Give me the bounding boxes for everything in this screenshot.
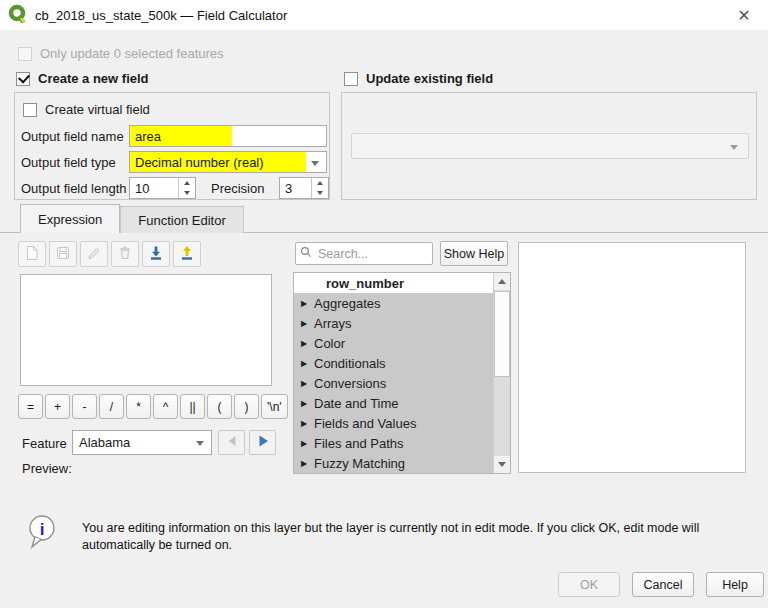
show-help-button[interactable]: Show Help [440, 241, 508, 266]
operator-newline-button[interactable]: '\n' [261, 394, 288, 419]
search-input[interactable] [316, 246, 416, 262]
operator-open-paren-button[interactable]: ( [207, 394, 232, 419]
precision-spin-up-icon[interactable] [312, 178, 328, 188]
function-search-box[interactable] [295, 242, 433, 265]
trash-icon [117, 245, 133, 264]
output-field-name-label: Output field name [21, 129, 124, 144]
scroll-down-icon[interactable] [494, 456, 510, 473]
update-existing-field-checkbox-row[interactable]: Update existing field [344, 71, 493, 86]
precision-stepper[interactable]: 3 [279, 177, 329, 199]
function-item-row-number[interactable]: row_number [294, 273, 493, 293]
function-group-fields-and-values[interactable]: ▶Fields and Values [294, 413, 493, 433]
search-icon [300, 246, 312, 261]
field-calculator-dialog: cb_2018_us_state_500k — Field Calculator… [0, 0, 768, 608]
precision-value: 3 [280, 178, 311, 198]
save-icon [55, 245, 71, 264]
function-group-date-and-time[interactable]: ▶Date and Time [294, 393, 493, 413]
expander-icon[interactable]: ▶ [294, 419, 314, 428]
expander-icon[interactable]: ▶ [294, 379, 314, 388]
operator-equals-button[interactable]: = [18, 394, 43, 419]
length-spin-down-icon[interactable] [179, 188, 195, 198]
operator-button-row: = + - / * ^ || ( ) '\n' [18, 394, 288, 419]
function-help-panel [518, 242, 746, 473]
feature-label: Feature [22, 436, 67, 451]
function-group-arrays[interactable]: ▶Arrays [294, 313, 493, 333]
feature-value: Alabama [79, 435, 130, 450]
expression-editor[interactable] [20, 274, 272, 386]
pencil-icon [86, 245, 102, 264]
function-list-scrollbar[interactable] [493, 273, 510, 473]
precision-spin-down-icon[interactable] [312, 188, 328, 198]
operator-minus-button[interactable]: - [72, 394, 97, 419]
import-arrow-icon [148, 245, 164, 264]
expander-icon[interactable]: ▶ [294, 299, 314, 308]
expander-icon[interactable]: ▶ [294, 359, 314, 368]
delete-expression-button [111, 241, 139, 267]
svg-text:i: i [40, 520, 45, 539]
next-feature-button[interactable] [249, 430, 276, 455]
info-icon: i [26, 514, 58, 555]
create-new-field-checkbox-row[interactable]: Create a new field [16, 71, 149, 86]
expander-icon[interactable]: ▶ [294, 459, 314, 468]
length-spin-up-icon[interactable] [179, 178, 195, 188]
create-new-field-checkbox[interactable] [16, 72, 30, 86]
create-virtual-field-checkbox[interactable] [23, 103, 37, 117]
expander-icon[interactable]: ▶ [294, 399, 314, 408]
output-field-length-stepper[interactable]: 10 [129, 177, 196, 199]
output-field-length-label: Output field length [21, 181, 127, 196]
output-field-type-combobox[interactable]: Decimal number (real) [129, 151, 327, 173]
expander-icon[interactable]: ▶ [294, 439, 314, 448]
function-list: row_number ▶Aggregates ▶Arrays ▶Color ▶C… [293, 272, 511, 474]
feature-combobox[interactable]: Alabama [72, 430, 212, 455]
arrow-right-icon [256, 434, 270, 451]
only-update-checkbox [18, 47, 32, 61]
update-existing-field-checkbox[interactable] [344, 72, 358, 86]
function-group-files-and-paths[interactable]: ▶Files and Paths [294, 433, 493, 453]
preview-label: Preview: [22, 461, 72, 476]
operator-concat-button[interactable]: || [180, 394, 205, 419]
title-bar: cb_2018_us_state_500k — Field Calculator… [0, 0, 768, 30]
import-expression-button[interactable] [142, 241, 170, 267]
create-virtual-field-label: Create virtual field [45, 102, 150, 117]
function-group-color[interactable]: ▶Color [294, 333, 493, 353]
expander-icon[interactable]: ▶ [294, 319, 314, 328]
arrow-left-icon [225, 434, 239, 451]
output-field-type-label: Output field type [21, 155, 116, 170]
precision-label: Precision [211, 181, 264, 196]
operator-divide-button[interactable]: / [99, 394, 124, 419]
new-file-icon [24, 245, 40, 264]
create-virtual-field-checkbox-row[interactable]: Create virtual field [23, 102, 150, 117]
ok-button: OK [558, 572, 620, 597]
scrollbar-thumb[interactable] [494, 291, 510, 377]
operator-close-paren-button[interactable]: ) [234, 394, 259, 419]
export-expression-button[interactable] [173, 241, 201, 267]
output-field-name-value: area [130, 126, 232, 146]
scroll-up-icon[interactable] [494, 273, 510, 290]
update-existing-groupbox [341, 92, 757, 200]
create-new-field-label: Create a new field [38, 71, 149, 86]
operator-plus-button[interactable]: + [45, 394, 70, 419]
only-update-selected-checkbox-row: Only update 0 selected features [18, 46, 224, 61]
cancel-button[interactable]: Cancel [632, 572, 694, 597]
function-group-aggregates[interactable]: ▶Aggregates [294, 293, 493, 313]
close-icon[interactable]: ✕ [730, 3, 758, 27]
edit-expression-button [80, 241, 108, 267]
function-group-fuzzy-matching[interactable]: ▶Fuzzy Matching [294, 453, 493, 473]
help-button[interactable]: Help [706, 572, 764, 597]
window-title: cb_2018_us_state_500k — Field Calculator [35, 8, 287, 23]
operator-power-button[interactable]: ^ [153, 394, 178, 419]
function-group-conditionals[interactable]: ▶Conditionals [294, 353, 493, 373]
function-group-conversions[interactable]: ▶Conversions [294, 373, 493, 393]
save-expression-button [49, 241, 77, 267]
expander-icon[interactable]: ▶ [294, 339, 314, 348]
output-field-type-value: Decimal number (real) [130, 152, 306, 172]
export-arrow-icon [179, 245, 195, 264]
tab-function-editor[interactable]: Function Editor [120, 206, 243, 233]
tab-bar: Expression Function Editor [20, 204, 244, 233]
operator-multiply-button[interactable]: * [126, 394, 151, 419]
only-update-label: Only update 0 selected features [40, 46, 224, 61]
tab-expression[interactable]: Expression [20, 204, 120, 233]
chevron-down-icon [730, 145, 738, 150]
output-field-length-value: 10 [130, 178, 178, 198]
output-field-name-input[interactable]: area [129, 125, 327, 147]
